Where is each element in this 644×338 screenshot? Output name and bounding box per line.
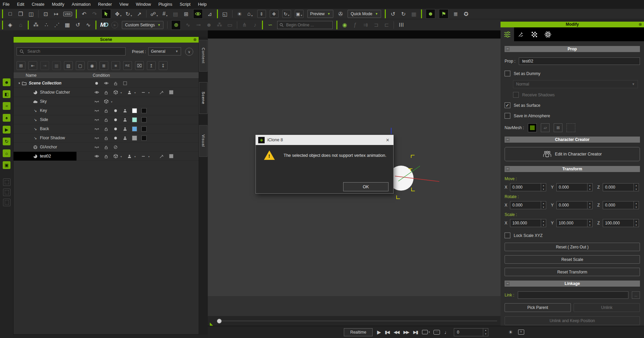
row-name-cell[interactable]: ↘Side [14,115,76,124]
scene-tree-button[interactable]: ∴ [43,21,50,29]
prop-section-header[interactable]: − Prop [505,46,640,52]
scale-x-input[interactable] [510,219,541,227]
row-name-cell[interactable]: GIAnchor [14,143,76,151]
undo-button[interactable]: ↶ [81,10,87,18]
rename-button[interactable]: RE [123,61,132,70]
expand-all-button[interactable]: ≣ [99,61,108,70]
dialog-title-bar[interactable]: ◈ iClone 8 ✕ [256,135,394,145]
eye-icon[interactable] [104,81,109,86]
eye-icon[interactable] [94,90,99,95]
dialog-close-button[interactable]: ✕ [386,138,391,143]
person-icon[interactable] [127,90,132,95]
rotate-y-input[interactable] [557,201,587,209]
export-button[interactable]: ↦ [53,10,60,18]
motion-track-button[interactable]: ☻ [426,9,435,19]
quick-mode-dropdown[interactable]: Quick Mode▼ [348,10,381,18]
scene-row-back[interactable]: ↘Back [14,124,199,134]
prop-name-input[interactable] [521,58,640,64]
rig-button[interactable]: ⋔ [241,21,248,29]
checkbox-icon[interactable] [123,81,128,86]
dash-icon[interactable] [141,154,146,159]
save-in-atmosphere-checkbox[interactable] [505,113,510,119]
menu-edit[interactable]: Edit [17,2,24,7]
menu-window[interactable]: Window [136,2,151,7]
plant-create-button[interactable]: ♠ [3,114,10,122]
leaf-swoosh-button[interactable]: ∽ [267,21,273,29]
prop-create-button[interactable]: ◧ [3,90,10,98]
move-into-folder-button[interactable]: ⇤ [28,61,37,70]
lock-scale-checkbox[interactable] [505,233,510,238]
last-frame-button[interactable]: ▶▮ [413,330,418,335]
camera-button[interactable]: ✇ [337,10,344,18]
sliders-button[interactable]: ☰ [398,21,404,29]
collapse-icon[interactable]: − [506,47,510,51]
reset-zero-out-button[interactable]: Reset ( Zero Out ) [505,243,640,251]
preview-mode-dropdown[interactable]: Preview▼ [307,10,334,18]
scale-z-input[interactable] [603,219,634,227]
lock-open-icon[interactable] [104,145,109,150]
marquee-collapse-button[interactable]: ▢ [76,61,85,70]
scene-panel-close-icon[interactable]: ⊗ [193,37,197,43]
color-swatch[interactable] [141,117,147,122]
eye-closed-icon[interactable] [94,108,99,113]
tab-physics[interactable] [541,27,555,41]
marquee-select-button[interactable] [3,199,10,206]
collapse-icon[interactable]: − [506,138,510,142]
md-logo[interactable]: MD [100,22,108,28]
lipsync-button[interactable]: ♪ [251,21,258,29]
scene-row-scene-collection[interactable]: ▼Scene Collection [14,79,199,88]
scene-row-test02[interactable]: test02▾▾▾ [14,152,199,161]
select-tool-button[interactable] [102,9,111,19]
collapse-search-button[interactable]: ∨ [185,48,193,56]
menu-view[interactable]: View [119,2,129,7]
rotate-y-spinner[interactable]: ▲▼ [556,201,593,209]
camera-kit-create-button[interactable]: ▣ [3,161,10,169]
flag-button[interactable]: ⚑ [439,9,448,19]
thumbnail-view-button[interactable]: ▦ [52,61,61,70]
thumbnail-select-button[interactable]: ▧ [64,61,73,70]
duplicate-button[interactable]: ▤ [172,10,179,18]
fit-height-button[interactable]: ⇕ [257,10,266,18]
lasso-button[interactable]: ↺ [74,21,81,29]
condition-column-header[interactable]: Condition [93,73,110,78]
edit-in-character-creator-button[interactable]: Edit in Character Creator [505,147,640,161]
motion-path-button[interactable]: ✪ [463,10,469,18]
save-project-button[interactable]: ◫ [28,10,35,18]
collapse-icon[interactable]: − [506,167,510,171]
pick-parent-button[interactable]: Pick Parent [505,303,571,312]
particle-create-button[interactable]: ☼ [3,149,10,157]
spinner-arrows[interactable]: ▲▼ [541,219,546,227]
gamepad-button[interactable]: ⊕ [171,20,181,30]
person-icon[interactable] [123,126,128,131]
scene-search-input[interactable] [27,49,123,54]
rewind-button[interactable]: ◀◀ [394,330,399,335]
cube-icon[interactable] [113,90,118,95]
crowd-button[interactable]: ⁂ [32,21,39,29]
spinner-arrows[interactable]: ▲▼ [634,201,639,209]
lock-open-icon[interactable] [104,126,109,131]
cube-icon[interactable] [113,154,118,159]
menu-plugins[interactable]: Plugins [158,2,172,7]
frame-number-input[interactable] [454,329,483,336]
rotate-camera-button[interactable]: ↻ [400,10,407,18]
color-swatch[interactable] [141,108,147,113]
path-button[interactable]: ∿ [85,21,92,29]
spinner-arrows[interactable]: ▲▼ [587,184,592,191]
move-z-input[interactable] [603,184,634,191]
tag-icon[interactable] [159,90,164,95]
menu-script[interactable]: Script [180,2,191,7]
eye-closed-icon[interactable] [94,99,99,104]
scene-row-floor-shadow[interactable]: ↘Floor Shadow [14,134,199,143]
realtime-button[interactable]: Realtime [344,328,373,336]
cube-icon[interactable] [104,99,109,104]
ambient-light-button[interactable]: ☀ [236,10,243,18]
timeline-scrubber[interactable]: ◣ [208,316,501,326]
menu-render[interactable]: Render [98,2,112,7]
eye-closed-icon[interactable] [94,136,99,141]
collapse-all-button[interactable]: ≡ [111,61,120,70]
name-column-header[interactable]: Name [26,73,37,78]
scene-panel-header[interactable]: Scene ⊗ [14,37,199,43]
move-x-spinner[interactable]: ▲▼ [510,183,546,191]
scene-search-box[interactable] [17,47,126,55]
scale-y-input[interactable] [557,219,587,227]
